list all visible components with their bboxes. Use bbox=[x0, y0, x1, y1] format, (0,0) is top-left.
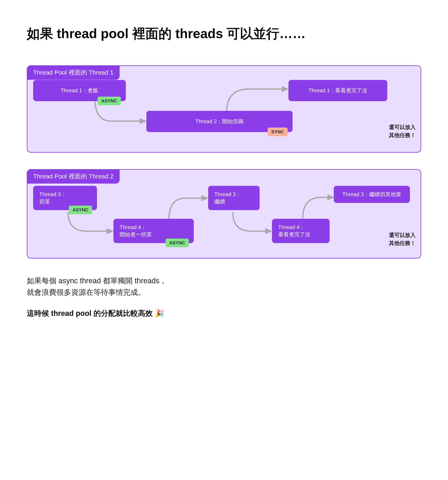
thread-pool-2-label: Thread Pool 裡面的 Thread 2 bbox=[27, 169, 120, 184]
pool2-task-thread3-continue: Thread 3： 繼續 bbox=[208, 186, 260, 210]
pool1-task-thread1-check: Thread 1：看看煮完了沒 bbox=[289, 80, 387, 101]
svg-marker-1 bbox=[282, 87, 287, 91]
diagram-title: 如果 thread pool 裡面的 threads 可以並行…… bbox=[27, 25, 421, 43]
task-label: Thread 3：繼續切其他菜 bbox=[334, 186, 410, 203]
thread-pool-1-label: Thread Pool 裡面的 Thread 1 bbox=[27, 65, 120, 80]
pool2-task-thread3-continue-cut: Thread 3：繼續切其他菜 bbox=[334, 186, 410, 203]
thread-pool-1-container: Thread Pool 裡面的 Thread 1 Thread 1：煮飯 ASY… bbox=[27, 65, 421, 153]
thread-pool-2-body: Thread 3： 切菜 ASYNC Thread 4： 開始煮一些菜 ASYN… bbox=[33, 186, 415, 250]
explanation-line-1: 如果每個 async thread 都單獨開 threads， bbox=[27, 275, 421, 287]
task-label: Thread 4： 看看煮完了沒 bbox=[272, 219, 330, 243]
async-badge: ASYNC bbox=[165, 239, 189, 247]
pool2-task-thread4-check: Thread 4： 看看煮完了沒 bbox=[272, 219, 330, 243]
thread-pool-1-body: Thread 1：煮飯 ASYNC Thread 2：開始洗碗 SYNC Thr… bbox=[33, 80, 415, 144]
sync-badge: SYNC bbox=[268, 127, 288, 136]
async-badge: ASYNC bbox=[98, 97, 121, 105]
conclusion-line: 這時候 thread pool 的分配就比較高效 🎉 bbox=[27, 308, 421, 318]
pool1-task-thread2-wash: Thread 2：開始洗碗 SYNC bbox=[146, 111, 293, 132]
pool1-task-thread1-cook: Thread 1：煮飯 ASYNC bbox=[33, 80, 126, 101]
task-label: Thread 3： 繼續 bbox=[208, 186, 260, 210]
svg-marker-5 bbox=[328, 195, 333, 199]
pool2-task-thread3-cut: Thread 3： 切菜 ASYNC bbox=[33, 186, 97, 210]
async-badge: ASYNC bbox=[69, 206, 92, 214]
pool2-task-thread4-cook: Thread 4： 開始煮一些菜 ASYNC bbox=[113, 219, 194, 243]
pool1-side-note: 還可以放入 其他任務！ bbox=[389, 123, 416, 139]
task-label: Thread 1：看看煮完了沒 bbox=[289, 80, 387, 101]
explanation-line-2: 就會浪費很多資源在等待事情完成。 bbox=[27, 287, 421, 298]
pool2-side-note: 還可以放入 其他任務！ bbox=[389, 231, 416, 247]
thread-pool-2-container: Thread Pool 裡面的 Thread 2 Thread 3： 切菜 AS… bbox=[27, 169, 421, 259]
